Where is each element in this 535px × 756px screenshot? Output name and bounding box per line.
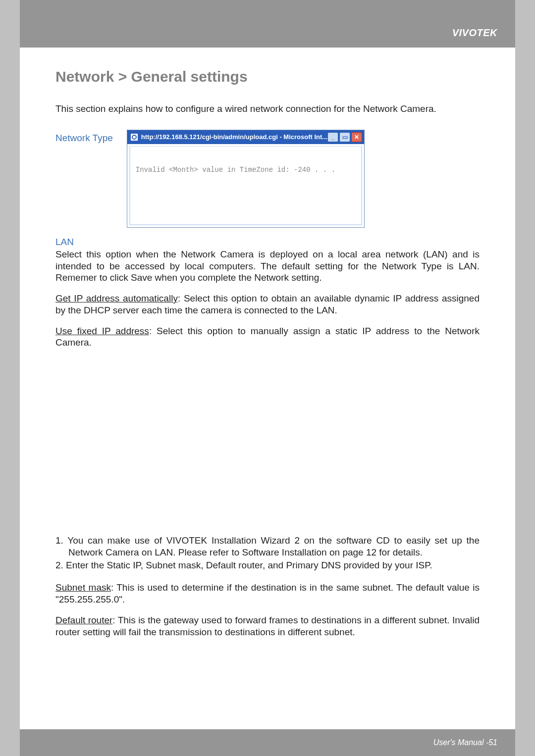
close-button[interactable]: ✕ (351, 132, 362, 142)
minimize-button[interactable]: _ (327, 132, 338, 142)
get-ip-paragraph: Get IP address automatically: Select thi… (55, 293, 480, 316)
browser-body: Invalid <Month> value in TimeZone id: -2… (129, 146, 362, 225)
brand-label: VIVOTEK (452, 27, 497, 39)
fixed-ip-label: Use fixed IP address (55, 326, 149, 336)
network-type-label: Network Type (55, 130, 113, 144)
router-label: Default router (55, 615, 112, 625)
list-item: 2. Enter the Static IP, Subnet mask, Def… (55, 559, 480, 571)
page-number: 51 (488, 738, 497, 747)
maximize-button[interactable]: ▭ (339, 132, 350, 142)
page-footer: User's Manual - 51 (20, 729, 515, 756)
lan-paragraph-1: Select this option when the Network Came… (55, 249, 480, 284)
subnet-paragraph: Subnet mask: This is used to determine i… (55, 582, 480, 605)
page-content: Network > General settings This section … (20, 48, 515, 349)
lan-section: LAN Select this option when the Network … (55, 237, 480, 349)
numbered-list: 1. You can make use of VIVOTEK Installat… (55, 535, 480, 571)
footer-label: User's Manual - (433, 738, 489, 747)
network-type-row: Network Type http://192.168.5.121/cgi-bi… (55, 130, 480, 228)
get-ip-label: Get IP address automatically (55, 293, 178, 303)
ie-logo-icon (130, 133, 138, 141)
window-controls: _ ▭ ✕ (327, 132, 362, 142)
subnet-text: : This is used to determine if the desti… (55, 582, 480, 605)
subnet-label: Subnet mask (55, 582, 111, 593)
lan-heading: LAN (55, 237, 480, 248)
router-text: : This is the gateway used to forward fr… (55, 615, 480, 637)
browser-message: Invalid <Month> value in TimeZone id: -2… (136, 166, 335, 174)
intro-paragraph: This section explains how to configure a… (55, 103, 480, 115)
browser-window: http://192.168.5.121/cgi-bin/admin/uploa… (127, 130, 365, 228)
fixed-ip-paragraph: Use fixed IP address: Select this option… (55, 325, 480, 349)
bottom-section: 1. You can make use of VIVOTEK Installat… (55, 535, 480, 647)
browser-titlebar: http://192.168.5.121/cgi-bin/admin/uploa… (127, 130, 364, 144)
page-header: VIVOTEK (20, 0, 515, 48)
browser-title: http://192.168.5.121/cgi-bin/admin/uploa… (141, 133, 327, 141)
list-item: 1. You can make use of VIVOTEK Installat… (55, 535, 480, 558)
section-title: Network > General settings (55, 68, 480, 85)
router-paragraph: Default router: This is the gateway used… (55, 614, 480, 638)
manual-page: VIVOTEK Network > General settings This … (20, 0, 515, 756)
titlebar-left: http://192.168.5.121/cgi-bin/admin/uploa… (130, 133, 327, 141)
